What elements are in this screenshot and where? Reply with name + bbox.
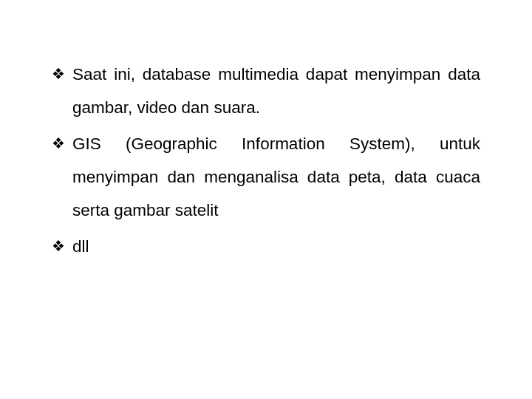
slide-container: Saat ini, database multimedia dapat meny…	[0, 0, 532, 399]
bullet-list: Saat ini, database multimedia dapat meny…	[52, 58, 480, 263]
bullet-text: Saat ini, database multimedia dapat meny…	[72, 65, 480, 117]
list-item: dll	[52, 230, 480, 263]
bullet-text: GIS (Geographic Information System), unt…	[72, 134, 480, 219]
list-item: Saat ini, database multimedia dapat meny…	[52, 58, 480, 124]
bullet-text: dll	[72, 237, 89, 256]
list-item: GIS (Geographic Information System), unt…	[52, 127, 480, 227]
